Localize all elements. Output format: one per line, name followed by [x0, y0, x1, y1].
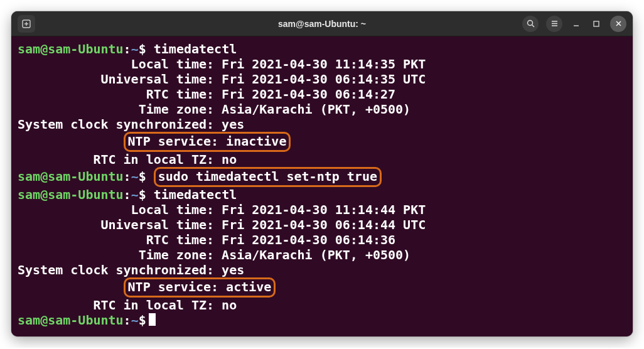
command-3: timedatectl: [154, 187, 237, 202]
prompt-path: ~: [131, 313, 139, 328]
prompt-at: @: [40, 187, 48, 202]
output-label: Local time:: [18, 56, 214, 72]
prompt-path: ~: [131, 41, 139, 56]
highlight-ntp-active: NTP service: active: [124, 277, 276, 298]
output-value: yes: [214, 117, 244, 132]
command-text: [146, 41, 154, 56]
output-label: Universal time:: [18, 72, 214, 87]
highlight-command-set-ntp: sudo timedatectl set-ntp true: [154, 167, 382, 187]
output-line: NTP service: inactive: [18, 132, 626, 152]
output-value: Fri 2021-04-30 11:14:35 PKT: [214, 56, 426, 72]
prompt-user: sam: [18, 169, 40, 184]
prompt-sigil: $: [139, 313, 146, 328]
output-label: Local time:: [18, 202, 214, 217]
output-value: no: [214, 152, 237, 167]
titlebar: sam@sam-Ubuntu: ~: [11, 11, 633, 36]
output-line: System clock synchronized: yes: [18, 262, 626, 277]
output-label: RTC in local TZ:: [18, 152, 214, 167]
output-line: RTC time: Fri 2021-04-30 06:14:27: [18, 87, 626, 102]
minimize-icon: [572, 20, 580, 28]
svg-rect-9: [594, 21, 599, 26]
new-tab-button[interactable]: [18, 15, 35, 33]
prompt-at: @: [40, 169, 48, 184]
prompt-colon: :: [124, 187, 131, 202]
output-label: System clock synchronized:: [18, 262, 214, 277]
cursor-block: [149, 313, 156, 326]
output-label: RTC time:: [18, 87, 214, 102]
prompt-path: ~: [131, 169, 139, 184]
maximize-button[interactable]: [590, 18, 603, 30]
prompt-colon: :: [124, 41, 131, 56]
prompt-path: ~: [131, 187, 139, 202]
prompt-line: sam@sam-Ubuntu:~$: [18, 313, 626, 328]
output-label: Time zone:: [18, 102, 214, 117]
prompt-host: sam-Ubuntu: [48, 41, 123, 56]
output-line: System clock synchronized: yes: [18, 117, 626, 132]
command-1: timedatectl: [154, 41, 237, 56]
minimize-button[interactable]: [570, 18, 582, 30]
output-label: NTP service:: [128, 279, 219, 294]
output-value: Fri 2021-04-30 06:14:27: [214, 87, 395, 102]
output-value: inactive: [218, 134, 286, 149]
prompt-at: @: [40, 41, 48, 56]
output-pad: [18, 279, 124, 294]
prompt-line: sam@sam-Ubuntu:~$ timedatectl: [18, 41, 626, 56]
output-label: NTP service:: [128, 134, 219, 149]
menu-button[interactable]: [546, 16, 562, 32]
prompt-host: sam-Ubuntu: [48, 169, 123, 184]
output-line: NTP service: active: [18, 277, 626, 298]
prompt-sigil: $: [139, 41, 146, 56]
output-label: Time zone:: [18, 247, 214, 262]
prompt-host: sam-Ubuntu: [48, 313, 123, 328]
prompt-host: sam-Ubuntu: [48, 187, 123, 202]
svg-line-4: [532, 25, 534, 28]
prompt-at: @: [40, 313, 48, 328]
prompt-sigil: $: [139, 187, 146, 202]
prompt-user: sam: [18, 41, 40, 56]
prompt-colon: :: [124, 313, 131, 328]
output-value: active: [218, 279, 271, 294]
prompt-user: sam: [18, 187, 40, 202]
prompt-colon: :: [124, 169, 131, 184]
highlight-ntp-inactive: NTP service: inactive: [124, 132, 291, 152]
output-line: RTC in local TZ: no: [18, 298, 626, 313]
output-line: Universal time: Fri 2021-04-30 06:14:35 …: [18, 72, 626, 87]
new-tab-icon: [22, 19, 31, 28]
output-line: Time zone: Asia/Karachi (PKT, +0500): [18, 247, 626, 262]
output-value: Fri 2021-04-30 11:14:44 PKT: [214, 202, 426, 217]
output-value: Asia/Karachi (PKT, +0500): [214, 247, 411, 262]
svg-point-3: [527, 21, 532, 26]
output-label: Universal time:: [18, 217, 214, 232]
output-value: Asia/Karachi (PKT, +0500): [214, 102, 411, 117]
output-value: Fri 2021-04-30 06:14:44 UTC: [214, 217, 426, 232]
command-2: sudo timedatectl set-ntp true: [158, 169, 377, 184]
maximize-icon: [593, 20, 600, 28]
prompt-line: sam@sam-Ubuntu:~$ timedatectl: [18, 187, 626, 202]
output-label: System clock synchronized:: [18, 117, 214, 132]
prompt-line: sam@sam-Ubuntu:~$ sudo timedatectl set-n…: [18, 167, 626, 187]
output-value: no: [214, 298, 237, 313]
output-value: Fri 2021-04-30 06:14:35 UTC: [214, 72, 426, 87]
hamburger-icon: [550, 19, 559, 28]
output-line: Local time: Fri 2021-04-30 11:14:35 PKT: [18, 56, 626, 72]
output-pad: [18, 134, 124, 149]
output-label: RTC time:: [18, 232, 214, 247]
output-value: Fri 2021-04-30 06:14:36: [214, 232, 395, 247]
output-line: Time zone: Asia/Karachi (PKT, +0500): [18, 102, 626, 117]
close-icon: [615, 20, 622, 27]
search-icon: [527, 19, 535, 28]
output-line: Universal time: Fri 2021-04-30 06:14:44 …: [18, 217, 626, 232]
terminal-window: sam@sam-Ubuntu: ~: [11, 11, 633, 336]
output-label: RTC in local TZ:: [18, 298, 214, 313]
output-value: yes: [214, 262, 244, 277]
output-line: Local time: Fri 2021-04-30 11:14:44 PKT: [18, 202, 626, 217]
close-button[interactable]: [610, 16, 626, 32]
prompt-user: sam: [18, 313, 40, 328]
output-line: RTC in local TZ: no: [18, 152, 626, 167]
output-line: RTC time: Fri 2021-04-30 06:14:36: [18, 232, 626, 247]
terminal-body[interactable]: sam@sam-Ubuntu:~$ timedatectl Local time…: [11, 36, 633, 336]
search-button[interactable]: [522, 16, 539, 32]
prompt-sigil: $: [139, 169, 146, 184]
